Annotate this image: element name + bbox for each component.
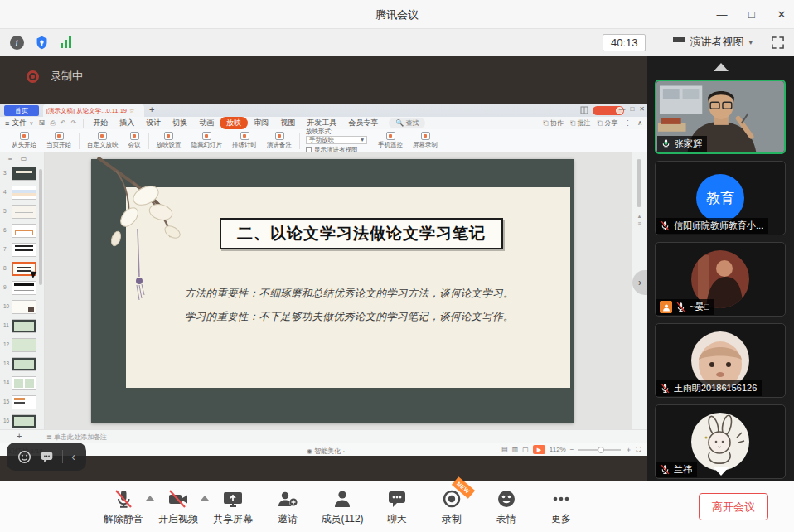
wps-collab-分享[interactable]: ⎗ 分享 <box>598 118 618 128</box>
participant-tile-3[interactable]: ~晏□ <box>655 242 786 317</box>
scroll-up-arrow[interactable] <box>714 63 729 71</box>
slide-thumb-preview[interactable] <box>12 167 36 181</box>
participant-tile-4[interactable]: 王雨朗20186156126 <box>655 323 786 398</box>
slide-thumb-preview[interactable] <box>12 395 36 409</box>
wps-menu-设计[interactable]: 设计 <box>140 117 167 129</box>
slide-thumb-preview[interactable] <box>12 281 36 295</box>
slide-thumbnail-15[interactable]: 15 <box>0 395 45 412</box>
control-members[interactable]: 成员(112) <box>315 487 370 526</box>
fit-slide-icon[interactable]: ⛶ <box>636 446 641 454</box>
thumbnail-scrollbar[interactable] <box>39 169 42 285</box>
view-mode-selector[interactable]: 演讲者视图 ▾ <box>666 32 759 52</box>
wps-menu-开始[interactable]: 开始 <box>87 117 114 129</box>
ribbon-当页开始[interactable]: 当页开始 <box>41 132 76 149</box>
slide-thumbnail-3[interactable]: 3 <box>0 167 45 183</box>
ribbon-自定义放映[interactable]: 自定义放映 <box>82 132 123 149</box>
wps-apps-icon[interactable] <box>580 106 588 114</box>
control-chat[interactable]: 聊天 <box>370 487 424 526</box>
normal-view-icon[interactable]: ▤ <box>501 446 508 453</box>
control-record[interactable]: NEW录制 <box>424 487 479 526</box>
meeting-info-icon[interactable]: i <box>8 34 25 51</box>
security-shield-icon[interactable] <box>33 34 50 51</box>
chat-quick-icon[interactable] <box>40 450 54 464</box>
control-emoji[interactable]: 表情 <box>479 487 534 526</box>
collapse-bar-icon[interactable]: ‹ <box>71 451 75 462</box>
minimize-button[interactable]: — <box>716 8 728 21</box>
current-slide[interactable]: 二、以论文学习法做论文学习笔记 方法的重要性：不细琢磨和总结优秀论文的学习方法，… <box>91 159 574 423</box>
wps-document-tab[interactable]: [演示文稿] 从论文学...0.11.19 ☆ <box>43 104 144 117</box>
slideshow-play-button[interactable]: ▶ <box>533 445 545 454</box>
slide-thumb-preview[interactable] <box>12 319 36 333</box>
ribbon-排练计时[interactable]: 排练计时 <box>227 132 262 149</box>
wps-menu-视图[interactable]: 视图 <box>274 117 301 129</box>
wps-menu-切换[interactable]: 切换 <box>167 117 193 129</box>
wps-close-button[interactable]: ✕ <box>639 105 645 113</box>
zoom-out-button[interactable]: − <box>570 446 574 453</box>
slide-thumbnail-6[interactable]: 6 <box>0 224 45 240</box>
ribbon-放映设置[interactable]: 放映设置 <box>152 132 186 149</box>
wps-minimize-button[interactable]: — <box>618 105 625 113</box>
zoom-slider-handle[interactable] <box>598 447 604 453</box>
maximize-button[interactable]: □ <box>746 8 758 21</box>
ribbon-会议[interactable]: 会议 <box>123 132 146 149</box>
slide-thumb-preview[interactable] <box>12 186 36 200</box>
wps-home-tab[interactable]: 首页 <box>4 105 39 116</box>
wps-maximize-button[interactable]: □ <box>630 105 634 113</box>
slide-view-icon[interactable]: ▭ <box>21 155 27 162</box>
zoom-slider[interactable] <box>578 449 621 451</box>
wps-collab-批注[interactable]: ⎗ 批注 <box>570 118 591 128</box>
more-options-icon[interactable]: ⋮ <box>624 119 631 127</box>
outline-view-icon[interactable]: ≡ <box>8 155 12 162</box>
ribbon-从头开始[interactable]: 从头开始 <box>7 132 41 149</box>
ribbon-手机遥控[interactable]: 手机遥控 <box>373 132 408 149</box>
control-mic-off[interactable]: 解除静音 <box>96 487 151 526</box>
wps-menu-审阅[interactable]: 审阅 <box>248 117 274 129</box>
canvas-scrollbar[interactable] <box>637 159 641 207</box>
slide-thumb-preview[interactable] <box>12 357 36 371</box>
wps-collab-协作[interactable]: ⎗ 协作 <box>543 118 564 128</box>
wps-search-box[interactable]: 🔍 查找 <box>389 118 425 128</box>
network-signal-icon[interactable] <box>58 34 75 51</box>
wps-menu-插入[interactable]: 插入 <box>114 117 140 129</box>
leave-meeting-button[interactable]: 离开会议 <box>699 493 768 520</box>
slide-thumb-preview[interactable] <box>12 205 36 219</box>
quick-access-icons[interactable]: 🖫⎙↶↷ <box>38 119 84 128</box>
zoom-in-button[interactable]: ＋ <box>625 445 632 454</box>
slide-thumbnail-11[interactable]: 11 <box>0 319 45 336</box>
slide-thumbnail-13[interactable]: 13 <box>0 357 45 374</box>
slide-thumbnail-4[interactable]: 4 <box>0 186 45 202</box>
wps-new-tab-button[interactable]: + <box>149 104 154 114</box>
scroll-down-arrow[interactable] <box>714 467 729 476</box>
smart-beautify-button[interactable]: ◉ 智能美化 · <box>307 447 345 456</box>
slide-thumbnail-7[interactable]: 7 <box>0 243 45 259</box>
canvas-side-icons[interactable]: ▴≡ <box>635 212 644 227</box>
control-camera-off[interactable]: 开启视频 <box>151 487 206 526</box>
slide-thumbnail-9[interactable]: 9 <box>0 281 45 297</box>
reading-view-icon[interactable]: ▢ <box>522 446 529 453</box>
close-button[interactable]: ✕ <box>776 8 787 21</box>
collapse-ribbon-icon[interactable]: ∧ <box>637 119 642 127</box>
notes-placeholder[interactable]: ≣ 单击此处添加备注 <box>46 433 107 442</box>
participant-tile-1[interactable]: 张家辉 <box>655 80 786 154</box>
star-icon[interactable]: ☆ <box>129 108 134 114</box>
control-share-screen[interactable]: 共享屏幕 <box>206 487 260 526</box>
slide-thumbnail-10[interactable]: 10 <box>0 300 45 317</box>
control-invite[interactable]: 邀请 <box>260 487 315 526</box>
sorter-view-icon[interactable]: ▥ <box>512 446 519 453</box>
fullscreen-icon[interactable] <box>769 34 786 51</box>
slide-thumbnail-8[interactable]: 8 <box>0 262 45 278</box>
slide-thumbnail-14[interactable]: 14 <box>0 376 45 393</box>
slide-thumb-preview[interactable] <box>12 262 36 276</box>
ribbon-演讲备注[interactable]: 演讲备注 <box>262 132 297 149</box>
emoji-quick-icon[interactable] <box>17 450 31 464</box>
slide-thumb-preview[interactable] <box>12 414 36 428</box>
slide-thumbnail-5[interactable]: 5 <box>0 205 45 221</box>
slide-thumb-preview[interactable] <box>12 376 36 390</box>
ribbon-屏幕录制[interactable]: 屏幕录制 <box>408 132 443 149</box>
slide-thumb-preview[interactable] <box>12 224 36 238</box>
slide-thumbnail-16[interactable]: 16 <box>0 414 45 431</box>
slide-thumb-preview[interactable] <box>12 338 36 352</box>
participant-tile-2[interactable]: 教育信阳师院教师教育小... <box>655 161 786 235</box>
ribbon-隐藏幻灯片[interactable]: 隐藏幻灯片 <box>186 132 228 149</box>
add-slide-button[interactable]: + <box>17 431 22 441</box>
